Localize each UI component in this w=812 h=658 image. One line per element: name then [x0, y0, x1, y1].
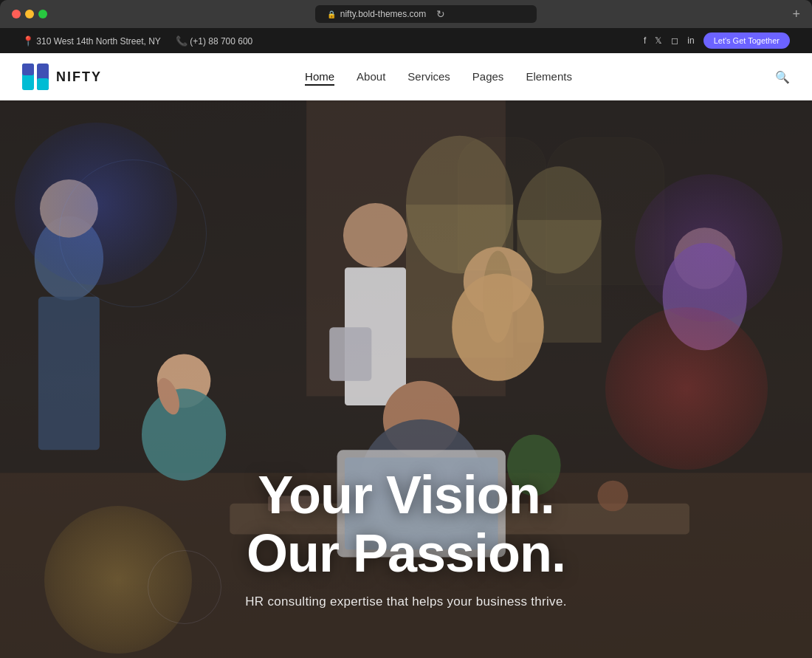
lock-icon: 🔒 — [327, 10, 336, 18]
hero-section: Your Vision. Our Passion. HR consulting … — [0, 100, 812, 658]
phone-info: 📞 (+1) 88 700 600 — [176, 35, 252, 47]
logo[interactable]: NIFTY — [22, 64, 102, 90]
address-bar-container: 🔒 nifty.bold-themes.com ↻ — [59, 5, 792, 23]
svg-rect-13 — [38, 297, 100, 450]
deco-circle-purple — [635, 174, 782, 322]
linkedin-icon[interactable]: in — [687, 35, 694, 46]
maximize-dot[interactable] — [38, 10, 47, 18]
deco-circle-blue-outline — [59, 160, 207, 307]
svg-point-17 — [343, 203, 407, 267]
cta-button[interactable]: Let's Get Together — [703, 32, 790, 49]
top-bar-left: 📍 310 West 14th North Street, NY 📞 (+1) … — [22, 35, 252, 47]
logo-text: NIFTY — [56, 69, 102, 85]
navbar: NIFTY Home About Services Pages Elements… — [0, 53, 812, 100]
svg-rect-2 — [22, 64, 34, 75]
close-dot[interactable] — [12, 10, 21, 18]
address-info: 📍 310 West 14th North Street, NY — [22, 35, 161, 47]
deco-circle-red — [605, 307, 768, 470]
hero-heading: Your Vision. Our Passion. — [30, 466, 782, 583]
browser-titlebar: 🔒 nifty.bold-themes.com ↻ + — [0, 0, 812, 28]
phone-icon: 📞 — [176, 35, 187, 47]
nav-item-about[interactable]: About — [357, 70, 385, 83]
address-bar[interactable]: 🔒 nifty.bold-themes.com ↻ — [315, 5, 537, 23]
new-tab-button[interactable]: + — [792, 7, 800, 22]
hero-subtext: HR consulting expertise that helps your … — [30, 594, 782, 609]
url-text: nifty.bold-themes.com — [340, 9, 427, 19]
nav-link-services[interactable]: Services — [407, 70, 450, 83]
nav-link-about[interactable]: About — [357, 70, 385, 83]
phone-text: (+1) 88 700 600 — [190, 36, 252, 47]
svg-rect-19 — [329, 327, 371, 381]
hero-content: Your Vision. Our Passion. HR consulting … — [0, 466, 812, 609]
refresh-icon[interactable]: ↻ — [436, 8, 445, 20]
search-icon[interactable]: 🔍 — [775, 70, 790, 84]
svg-point-22 — [452, 274, 544, 381]
top-bar: 📍 310 West 14th North Street, NY 📞 (+1) … — [0, 28, 812, 53]
location-icon: 📍 — [22, 35, 34, 47]
address-text: 310 West 14th North Street, NY — [36, 36, 161, 47]
website: 📍 310 West 14th North Street, NY 📞 (+1) … — [0, 28, 812, 658]
instagram-icon[interactable]: ◻ — [671, 35, 678, 46]
svg-rect-3 — [37, 78, 49, 90]
nav-item-pages[interactable]: Pages — [472, 70, 504, 83]
browser-chrome: 🔒 nifty.bold-themes.com ↻ + — [0, 0, 812, 28]
facebook-icon[interactable]: f — [644, 35, 646, 46]
nav-link-home[interactable]: Home — [305, 70, 334, 86]
hero-heading-line2: Our Passion. — [247, 524, 565, 583]
nav-link-pages[interactable]: Pages — [472, 70, 504, 83]
browser-dots — [12, 10, 47, 18]
nav-menu: Home About Services Pages Elements — [305, 70, 572, 83]
twitter-icon[interactable]: 𝕏 — [655, 35, 662, 46]
hero-heading-line1: Your Vision. — [258, 465, 554, 524]
nav-item-services[interactable]: Services — [407, 70, 450, 83]
logo-icon — [22, 64, 49, 90]
nav-item-elements[interactable]: Elements — [526, 70, 572, 83]
minimize-dot[interactable] — [25, 10, 34, 18]
nav-item-home[interactable]: Home — [305, 70, 334, 83]
nav-link-elements[interactable]: Elements — [526, 70, 572, 83]
top-bar-right: f 𝕏 ◻ in Let's Get Together — [644, 32, 790, 49]
